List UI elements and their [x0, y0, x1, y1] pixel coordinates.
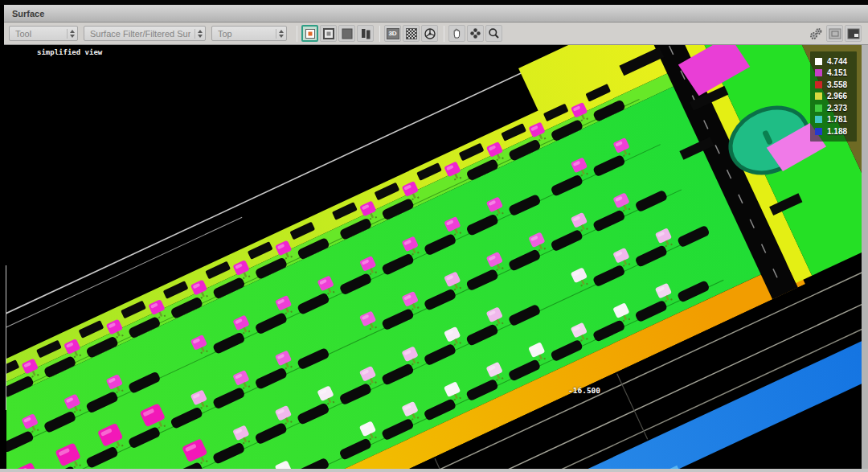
view-orientation-dropdown-value: Top: [218, 29, 272, 39]
magnifier-icon: [488, 27, 500, 39]
legend-value: 3.558: [827, 80, 847, 89]
hand-icon: [451, 27, 463, 39]
points-display-button[interactable]: [301, 25, 318, 42]
legend-value: 1.188: [827, 127, 847, 136]
zoom-button[interactable]: [485, 25, 502, 42]
solid-display-icon: [342, 28, 353, 39]
viewport-3d[interactable]: simplified view 4.7444.1513.5582.9662.37…: [6, 45, 862, 469]
legend-swatch: [815, 58, 822, 65]
wheel-display-button[interactable]: [421, 25, 438, 42]
window-title: Surface: [12, 9, 44, 18]
legend-entry: 2.966: [815, 91, 854, 103]
legend-value: 2.373: [827, 104, 847, 113]
surface-filter-dropdown-value: Surface Filter/Filtered Surface: [90, 29, 190, 39]
settings-button[interactable]: [808, 25, 825, 42]
legend-swatch: [815, 116, 822, 123]
layout-toggle-button[interactable]: [845, 25, 862, 42]
dropdown-arrows-icon: [276, 29, 283, 39]
window-bottom-strip: [0, 469, 868, 472]
tool-dropdown[interactable]: Tool: [9, 26, 78, 41]
legend-value: 4.744: [827, 57, 847, 66]
dropdown-arrows-icon: [67, 29, 74, 39]
legend-entry: 4.151: [815, 68, 854, 80]
gears-icon: [809, 27, 824, 40]
legend-swatch: [815, 81, 822, 88]
elevation-annotation: -16.500: [568, 386, 600, 395]
split-display-icon: [360, 28, 371, 39]
pan-button[interactable]: [448, 25, 465, 42]
wheel-icon: [424, 27, 436, 40]
legend-entry: 1.188: [815, 125, 854, 137]
legend-value: 1.781: [827, 115, 847, 124]
panel-frame-icon: [829, 28, 841, 39]
split-display-button[interactable]: [357, 25, 374, 42]
legend-entry: 3.558: [815, 79, 854, 91]
box-display-button[interactable]: [320, 25, 337, 42]
panel-toggle-button[interactable]: [826, 25, 843, 42]
simplified-view-label: simplified view: [37, 48, 102, 56]
legend-swatch: [815, 69, 822, 76]
toolbar-separator: [297, 26, 297, 42]
toolbar-right-group: [808, 25, 863, 42]
solid-display-button[interactable]: [338, 25, 355, 42]
elevation-legend: 4.7444.1513.5582.9662.3731.7811.188: [810, 51, 857, 142]
orbit-flower-icon: [469, 27, 481, 39]
dropdown-arrows-icon: [194, 29, 202, 39]
points-display-icon: [305, 28, 316, 39]
view-orientation-dropdown[interactable]: Top: [211, 26, 287, 41]
tool-dropdown-value: Tool: [15, 29, 63, 39]
mesh-display-button[interactable]: [403, 25, 420, 42]
layout-corner-icon: [847, 28, 860, 39]
legend-value: 2.966: [827, 92, 847, 101]
legend-entry: 2.373: [815, 102, 854, 114]
legend-swatch: [815, 92, 822, 100]
legend-swatch: [815, 105, 822, 112]
legend-entry: 4.744: [815, 55, 854, 68]
toolbar-separator: [379, 26, 380, 42]
scene-3d-view[interactable]: [6, 45, 862, 469]
toolbar: Tool Surface Filter/Filtered Surface Top: [4, 23, 868, 45]
title-bar[interactable]: Surface: [4, 5, 868, 23]
mesh-display-icon: [406, 28, 417, 39]
toolbar-separator: [444, 26, 444, 42]
viewport-right-strip: [862, 45, 868, 469]
box-display-icon: [323, 28, 334, 39]
legend-swatch: [815, 128, 822, 135]
surface-window: Surface Tool Surface Filter/Filtered Sur…: [0, 0, 868, 472]
view-3d-button[interactable]: 3D: [384, 25, 401, 42]
view-3d-label: 3D: [387, 28, 399, 39]
surface-filter-dropdown[interactable]: Surface Filter/Filtered Surface: [84, 26, 206, 41]
legend-value: 4.151: [827, 68, 847, 77]
orbit-button[interactable]: [467, 25, 484, 42]
legend-entry: 1.781: [815, 114, 854, 126]
